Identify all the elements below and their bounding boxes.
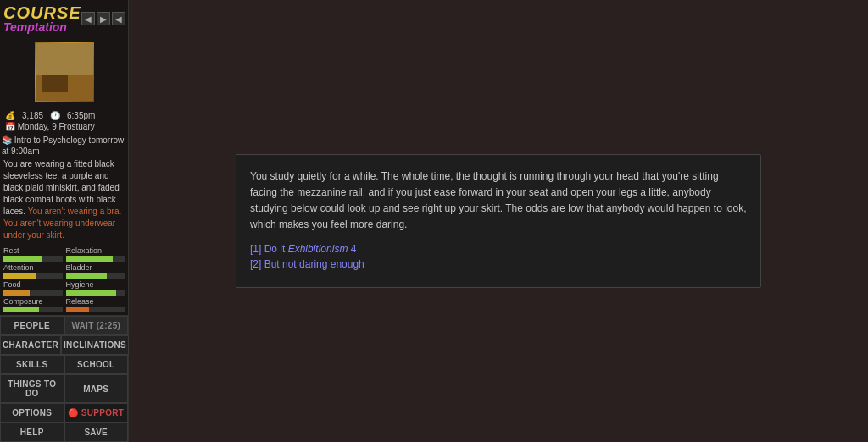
wait-button[interactable]: WAIT (2:25) — [64, 316, 129, 335]
money-value: 3,185 — [22, 111, 43, 120]
inclinations-button[interactable]: INCLINATIONS — [61, 335, 129, 355]
stat-label: Attention — [3, 263, 63, 272]
nav-forward-button[interactable]: ▶ — [97, 12, 110, 25]
stat-label: Composure — [3, 297, 63, 306]
stats-row: 💰 3,185 🕐 6:35pm — [5, 111, 123, 120]
stat-bar-bg — [66, 290, 125, 296]
event-text: 📚 Intro to Psychology tomorrow at 9:00am — [2, 135, 124, 156]
options-button[interactable]: OPTIONS — [0, 403, 64, 423]
save-button[interactable]: SAVE — [64, 423, 129, 442]
choice-2-number: [2] — [250, 258, 261, 270]
stat-bar-fill — [66, 256, 114, 262]
stat-bar-bg — [3, 273, 63, 279]
choice-1-number: [1] — [250, 243, 261, 255]
story-text: You study quietly for a while. The whole… — [250, 169, 747, 234]
choice-1-tag: Exhibitionism — [288, 243, 348, 255]
stats-grid: RestRelaxationAttentionBladderFoodHygien… — [3, 246, 125, 312]
game-title: COURSE — [3, 4, 81, 21]
date-value: Monday, 9 Frostuary — [18, 122, 95, 131]
stat-bar-fill — [3, 256, 42, 262]
date-row: 📅 Monday, 9 Frostuary — [5, 122, 123, 131]
choice-2[interactable]: [2] But not daring enough — [250, 258, 747, 270]
things-to-do-button[interactable]: THINGS TO DO — [0, 374, 64, 403]
choices-block: [1] Do it Exhibitionism 4 [2] But not da… — [250, 243, 747, 270]
sidebar: COURSE Temptation ◀ ▶ ◀ 💰 3,185 🕐 6:35pm — [0, 0, 129, 442]
stat-composure: Composure — [3, 297, 63, 312]
stat-bar-bg — [66, 273, 125, 279]
stat-bar-fill — [3, 273, 36, 279]
nav-back-button[interactable]: ◀ — [81, 12, 95, 25]
school-button[interactable]: SCHOOL — [64, 355, 129, 374]
stat-bladder: Bladder — [66, 263, 125, 279]
stat-bar-bg — [3, 307, 63, 312]
stat-bar-bg — [3, 290, 63, 296]
stat-bar-fill — [3, 290, 30, 296]
game-subtitle: Temptation — [3, 21, 81, 33]
stat-bar-bg — [66, 256, 125, 262]
event-row: 📚 Intro to Psychology tomorrow at 9:00am — [0, 135, 128, 157]
stat-attention: Attention — [3, 263, 63, 279]
sidebar-header: COURSE Temptation ◀ ▶ ◀ — [0, 0, 128, 37]
description-block: You are wearing a fitted black sleeveles… — [0, 157, 128, 243]
stat-bar-fill — [66, 307, 90, 312]
story-box: You study quietly for a while. The whole… — [236, 154, 761, 289]
stat-label: Food — [3, 280, 63, 289]
clock-icon: 🕐 — [50, 111, 60, 120]
stats-block: RestRelaxationAttentionBladderFoodHygien… — [0, 245, 128, 314]
people-button[interactable]: PEOPLE — [0, 316, 64, 335]
stat-rest: Rest — [3, 246, 63, 262]
stat-bar-fill — [3, 307, 39, 312]
help-button[interactable]: HELP — [0, 423, 64, 442]
main-content: You study quietly for a while. The whole… — [129, 0, 868, 442]
stat-label: Hygiene — [66, 280, 125, 289]
support-button[interactable]: 🔴 SUPPORT — [64, 403, 129, 423]
calendar-icon: 📅 — [5, 122, 15, 131]
stat-bar-bg — [3, 256, 63, 262]
money-icon: 💰 — [5, 111, 15, 120]
stat-bar-bg — [66, 307, 125, 312]
stat-label: Bladder — [66, 263, 125, 272]
stat-food: Food — [3, 280, 63, 296]
stat-bar-fill — [66, 290, 116, 296]
stat-label: Release — [66, 297, 125, 306]
stat-bar-fill — [66, 273, 108, 279]
maps-button[interactable]: MAPS — [64, 374, 129, 403]
time-value: 6:35pm — [67, 111, 95, 120]
stat-label: Relaxation — [66, 246, 125, 255]
nav-close-button[interactable]: ◀ — [112, 12, 125, 25]
stat-hygiene: Hygiene — [66, 280, 125, 296]
choice-1[interactable]: [1] Do it Exhibitionism 4 — [250, 243, 747, 255]
bottom-nav: PEOPLE WAIT (2:25) CHARACTER INCLINATION… — [0, 315, 128, 442]
stat-release: Release — [66, 297, 125, 312]
stat-relaxation: Relaxation — [66, 246, 125, 262]
character-portrait — [35, 42, 94, 102]
stat-label: Rest — [3, 246, 63, 255]
skills-button[interactable]: SKILLS — [0, 355, 64, 374]
character-button[interactable]: CHARACTER — [0, 335, 61, 355]
